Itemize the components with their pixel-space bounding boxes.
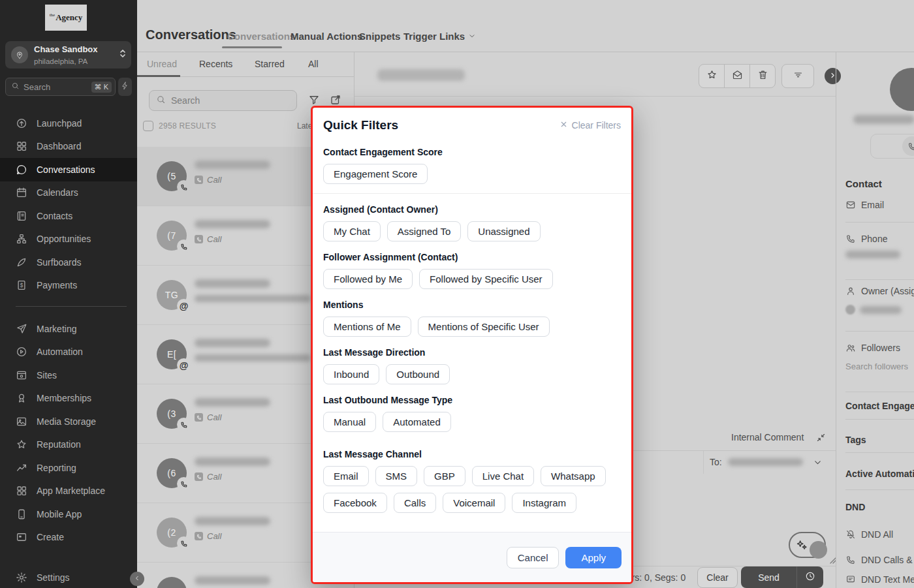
sidebar-item-launchpad[interactable]: Launchpad	[0, 112, 137, 135]
owner-row[interactable]: Owner (Assig	[845, 286, 914, 296]
filter-chip[interactable]: Engagement Score	[323, 164, 428, 184]
sidebar-item-reporting[interactable]: Reporting	[0, 456, 137, 480]
sort-filter-button[interactable]	[781, 64, 814, 88]
filter-chip[interactable]: Instagram	[512, 493, 576, 513]
sidebar-item-label: Mobile App	[37, 509, 82, 519]
sidebar-item-opportunities[interactable]: Opportunities	[0, 228, 137, 251]
redacted-contact-name	[195, 220, 270, 228]
schedule-send-button[interactable]	[797, 566, 823, 588]
search-followers-field[interactable]: Search followers	[845, 362, 908, 371]
call-button[interactable]	[902, 136, 914, 156]
filter-chip[interactable]: Outbound	[386, 364, 450, 384]
sidebar-item-app-marketplace[interactable]: App Marketplace	[0, 480, 137, 503]
sidebar-item-label: Media Storage	[37, 416, 96, 427]
sidebar-item-sites[interactable]: Sites	[0, 364, 137, 387]
sidebar-item-reputation[interactable]: Reputation	[0, 433, 137, 457]
section-tags[interactable]: Tags	[845, 435, 866, 445]
subtab-recents[interactable]: Recents	[199, 59, 232, 69]
sidebar-item-memberships[interactable]: Memberships	[0, 387, 137, 410]
sidebar-item-contacts[interactable]: Contacts	[0, 204, 137, 228]
phone-row[interactable]: Phone	[845, 234, 887, 244]
sidebar-collapse-button[interactable]	[130, 572, 144, 586]
compose-icon[interactable]	[330, 94, 341, 106]
filter-chip[interactable]: My Chat	[323, 221, 381, 241]
trend-icon	[16, 462, 27, 474]
sidebar-item-label: Settings	[37, 572, 70, 583]
delete-button[interactable]	[749, 64, 776, 88]
filter-chip[interactable]: Followed by Me	[323, 269, 413, 289]
clear-filters-button[interactable]: Clear Filters	[559, 120, 621, 131]
filter-chip[interactable]: Voicemail	[443, 493, 505, 513]
conversation-search-input[interactable]	[171, 95, 290, 106]
filter-chip[interactable]: Automated	[383, 412, 451, 432]
mark-read-button[interactable]	[724, 64, 750, 88]
sidebar-item-conversations[interactable]: Conversations	[0, 158, 137, 181]
sidebar-item-media-storage[interactable]: Media Storage	[0, 410, 137, 433]
filter-section-label: Last Outbound Message Type	[323, 395, 621, 405]
account-switcher[interactable]: Chase Sandbox philadelphia, PA	[5, 41, 131, 69]
section-active-automations[interactable]: Active Automati	[845, 469, 914, 479]
dnd-calls-row[interactable]: DND Calls & Vo	[845, 555, 914, 565]
filter-chip[interactable]: Whatsapp	[541, 466, 606, 486]
message-type-label: Call	[207, 531, 221, 541]
cancel-button[interactable]: Cancel	[507, 547, 559, 568]
subtab-all[interactable]: All	[308, 59, 319, 69]
chevron-down-icon[interactable]	[813, 457, 823, 467]
tab-manual-actions[interactable]: Manual Actions	[291, 31, 362, 42]
sidebar-search[interactable]: ⌘ K	[5, 78, 116, 96]
sidebar-item-dashboard[interactable]: Dashboard	[0, 135, 137, 159]
quick-actions-button[interactable]	[118, 78, 132, 96]
filter-funnel-icon[interactable]	[308, 94, 320, 106]
sidebar-item-calendars[interactable]: Calendars	[0, 181, 137, 205]
sidebar-item-settings[interactable]: Settings	[0, 566, 137, 588]
filter-chip[interactable]: Mentions of Me	[323, 317, 411, 337]
filter-chip[interactable]: SMS	[375, 466, 418, 486]
filter-chip[interactable]: Live Chat	[472, 466, 534, 486]
filter-chip[interactable]: Mentions of Specific User	[418, 317, 550, 337]
sidebar-item-automation[interactable]: Automation	[0, 341, 137, 364]
sidebar-item-create[interactable]: Create	[0, 526, 137, 549]
subtab-starred[interactable]: Starred	[255, 59, 285, 69]
dnd-all-row[interactable]: DND All	[845, 529, 893, 540]
sidebar-item-surfboards[interactable]: Surfboards	[0, 251, 137, 274]
internal-comment-tab[interactable]: Internal Comment	[731, 432, 804, 442]
filter-chip[interactable]: Unassigned	[467, 221, 540, 241]
filter-section-label: Mentions	[323, 300, 621, 310]
section-dnd[interactable]: DND	[845, 502, 865, 512]
sidebar-search-input[interactable]	[24, 82, 91, 92]
conversation-search[interactable]	[149, 90, 297, 111]
panel-divider	[845, 222, 914, 223]
nav-footer: Settings	[0, 566, 137, 588]
email-row[interactable]: Email	[845, 200, 884, 210]
send-button[interactable]: Send	[741, 566, 823, 588]
sparkles-icon	[795, 538, 809, 552]
filter-chip[interactable]: Assigned To	[387, 221, 461, 241]
ai-assistant-button[interactable]	[789, 532, 826, 558]
tab-snippets[interactable]: Snippets	[359, 31, 400, 42]
filter-chip[interactable]: Followed by Specific User	[419, 269, 553, 289]
filter-chip[interactable]: Facebook	[323, 493, 387, 513]
dnd-text-row[interactable]: DND Text Mess	[845, 574, 914, 585]
clear-button[interactable]: Clear	[697, 567, 738, 588]
sidebar-item-label: Opportunities	[37, 234, 91, 244]
filter-chip[interactable]: GBP	[424, 466, 465, 486]
filter-chip[interactable]: Calls	[394, 493, 436, 513]
subtab-unread[interactable]: Unread	[147, 59, 177, 69]
star-button[interactable]	[699, 64, 725, 88]
collapse-icon[interactable]	[816, 433, 826, 442]
filter-chip[interactable]: Manual	[323, 412, 376, 432]
filter-chip[interactable]: Email	[323, 466, 369, 486]
message-type-label: Call	[207, 175, 221, 185]
followers-row[interactable]: Followers	[845, 343, 900, 353]
filter-chip[interactable]: Inbound	[323, 364, 379, 384]
tab-trigger-links[interactable]: Trigger Links	[403, 31, 476, 42]
sidebar-item-label: Calendars	[37, 187, 78, 198]
apply-button[interactable]: Apply	[565, 547, 622, 568]
sidebar-item-payments[interactable]: $ Payments	[0, 274, 137, 298]
sidebar-item-marketing[interactable]: Marketing	[0, 317, 137, 341]
section-contact-engagement[interactable]: Contact Engage	[845, 401, 914, 411]
select-all-checkbox[interactable]	[143, 121, 153, 131]
redacted-contact-name	[195, 576, 270, 585]
sidebar-item-mobile-app[interactable]: Mobile App	[0, 503, 137, 526]
tab-conversations[interactable]: Conversations	[227, 31, 295, 42]
